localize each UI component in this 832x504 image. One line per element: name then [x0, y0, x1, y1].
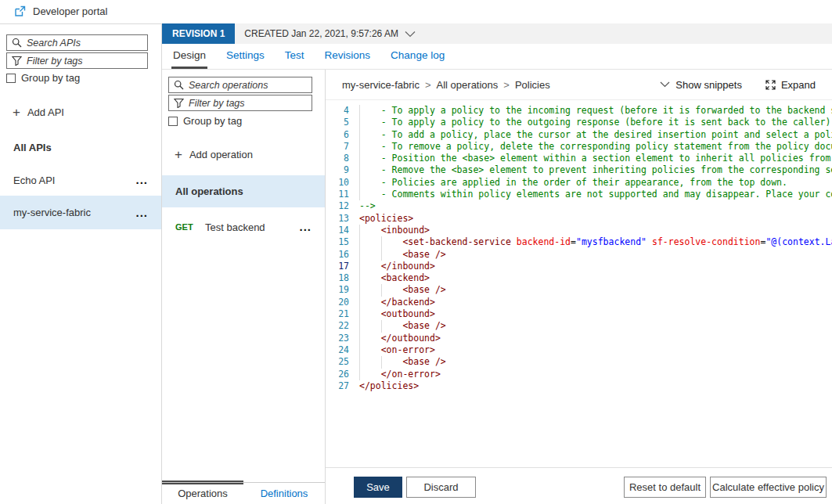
indent-guide: [359, 153, 360, 164]
indent-guide: [359, 249, 360, 261]
apim-workspace: Developer portal Group by tag + Add API …: [0, 0, 832, 504]
line-number: 15: [326, 236, 349, 248]
code-line[interactable]: 9 - Remove the <base> element to prevent…: [326, 164, 832, 176]
tab-settings[interactable]: Settings: [225, 44, 266, 69]
code-line[interactable]: 25 <base />: [326, 356, 832, 368]
line-number: 26: [326, 369, 349, 380]
code-line[interactable]: 11 - Comments within policy elements are…: [326, 189, 832, 200]
code-line[interactable]: 6 - To add a policy, place the cursor at…: [326, 129, 832, 141]
plus-icon: +: [13, 107, 20, 118]
line-number: 24: [326, 344, 349, 356]
code-line[interactable]: 14 <inbound>: [326, 225, 832, 236]
code-line[interactable]: 5 - To apply a policy to the outgoing re…: [326, 117, 832, 128]
code-line[interactable]: 24 <on-error>: [326, 344, 832, 356]
code-line[interactable]: 13<policies>: [326, 213, 832, 225]
api-tabs: Design Settings Test Revisions Change lo…: [162, 44, 832, 70]
code-line[interactable]: 7 - To remove a policy, delete the corre…: [326, 141, 832, 153]
add-operation-label: Add operation: [189, 149, 253, 160]
ops-filter-tags-input[interactable]: [189, 98, 307, 109]
tab-change-log[interactable]: Change log: [389, 44, 446, 69]
all-operations-item[interactable]: All operations: [162, 175, 325, 207]
line-number: 10: [326, 177, 349, 189]
indent-guide: [359, 129, 360, 141]
code-line[interactable]: 10 - Policies are applied in the order o…: [326, 177, 832, 189]
revision-bar: REVISION 1 CREATED Jan 22, 2021, 9:57:26…: [162, 23, 832, 44]
breadcrumb-api[interactable]: my-service-fabric: [342, 79, 420, 91]
code-line[interactable]: 26 </on-error>: [326, 369, 832, 380]
indent-guide: [359, 189, 360, 200]
ellipsis-icon[interactable]: ...: [135, 178, 148, 182]
revision-badge[interactable]: REVISION 1: [162, 23, 235, 44]
ops-group-by-tag-checkbox[interactable]: [168, 117, 178, 126]
search-operations-input[interactable]: [189, 80, 307, 91]
indent-guide: [359, 320, 360, 332]
sidebar-divider: [161, 23, 162, 504]
code-line[interactable]: 17 </inbound>: [326, 261, 832, 272]
indent-guide: [359, 105, 360, 117]
group-by-tag-checkbox[interactable]: [6, 74, 16, 83]
line-number: 5: [326, 117, 349, 128]
tab-design[interactable]: Design: [171, 44, 207, 69]
code-line[interactable]: 4 - To apply a policy to the incoming re…: [326, 105, 832, 117]
reset-to-default-button[interactable]: Reset to default: [624, 477, 706, 498]
code-line[interactable]: 16 <base />: [326, 249, 832, 261]
filter-tags-input[interactable]: [27, 56, 142, 67]
tab-revisions[interactable]: Revisions: [323, 44, 373, 69]
code-line[interactable]: 8 - Position the <base> element within a…: [326, 153, 832, 164]
header-divider: [0, 23, 161, 24]
code-line[interactable]: 20 </backend>: [326, 297, 832, 308]
breadcrumb-separator: >: [503, 79, 510, 91]
line-number: 19: [326, 284, 349, 296]
line-number: 18: [326, 272, 349, 284]
indent-guide: [359, 225, 360, 236]
ellipsis-icon[interactable]: ...: [135, 211, 148, 215]
breadcrumb-scope[interactable]: All operations: [437, 79, 499, 91]
ellipsis-icon[interactable]: ...: [299, 225, 312, 229]
calculate-effective-policy-button[interactable]: Calculate effective policy: [710, 477, 827, 498]
line-number: 6: [326, 129, 349, 141]
developer-portal-link[interactable]: Developer portal: [14, 5, 107, 17]
group-by-tag-row: Group by tag: [6, 72, 80, 84]
tab-test[interactable]: Test: [283, 44, 306, 69]
indent-guide: [359, 272, 360, 284]
indent-guide: [359, 284, 360, 296]
indent-guide: [381, 356, 382, 368]
operation-item-test-backend[interactable]: GET Test backend ...: [162, 213, 325, 241]
line-number: 14: [326, 225, 349, 236]
indent-guide: [381, 236, 382, 248]
api-item-my-service-fabric[interactable]: my-service-fabric ...: [0, 196, 161, 229]
code-line[interactable]: 21 <outbound>: [326, 308, 832, 320]
api-item-echo-api[interactable]: Echo API ...: [0, 165, 161, 195]
add-api-label: Add API: [27, 106, 64, 118]
search-apis-input[interactable]: [27, 38, 142, 49]
chevron-down-icon: [660, 81, 670, 88]
code-line[interactable]: 18 <backend>: [326, 272, 832, 284]
add-api-button[interactable]: + Add API: [13, 106, 64, 118]
code-line[interactable]: 19 <base />: [326, 284, 832, 296]
line-number: 23: [326, 333, 349, 344]
expand-label: Expand: [781, 79, 816, 91]
revision-created-label: CREATED Jan 22, 2021, 9:57:26 AM: [244, 28, 398, 39]
code-line[interactable]: 15 <set-backend-service backend-id="mysf…: [326, 236, 832, 248]
tab-operations[interactable]: Operations: [162, 483, 243, 504]
plus-icon: +: [175, 149, 182, 160]
indent-guide: [359, 308, 360, 320]
code-line[interactable]: 22 <base />: [326, 320, 832, 332]
save-button[interactable]: Save: [354, 477, 402, 498]
breadcrumb-separator: >: [425, 79, 431, 91]
tab-definitions[interactable]: Definitions: [243, 483, 325, 504]
code-line[interactable]: 12-->: [326, 200, 832, 212]
expand-button[interactable]: Expand: [765, 79, 816, 91]
discard-button[interactable]: Discard: [406, 477, 476, 498]
ops-filter-tags-box: [168, 95, 312, 111]
add-operation-button[interactable]: + Add operation: [175, 149, 253, 160]
policy-code-editor[interactable]: 4 - To apply a policy to the incoming re…: [326, 100, 832, 466]
chevron-down-icon[interactable]: [405, 31, 416, 38]
code-line[interactable]: 23 </outbound>: [326, 333, 832, 344]
line-number: 25: [326, 356, 349, 368]
breadcrumb-policies: Policies: [515, 79, 550, 91]
code-line[interactable]: 27</policies>: [326, 380, 832, 392]
search-icon: [12, 38, 22, 48]
line-number: 12: [326, 200, 349, 212]
show-snippets-button[interactable]: Show snippets: [660, 79, 742, 91]
